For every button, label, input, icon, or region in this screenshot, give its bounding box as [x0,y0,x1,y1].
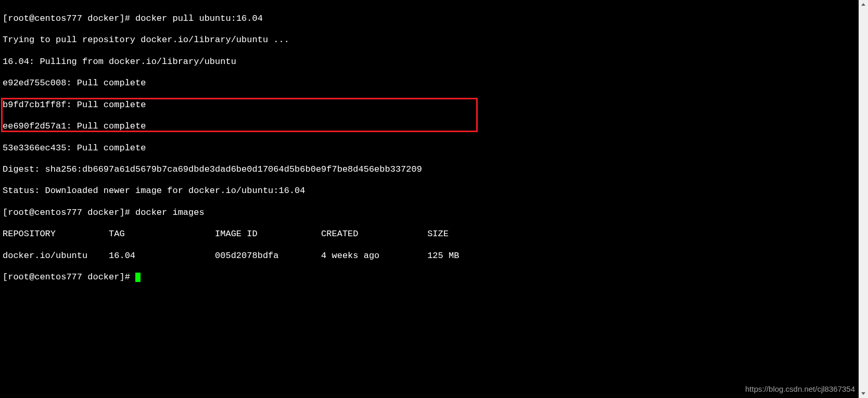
terminal-line: [root@centos777 docker]# docker pull ubu… [3,14,802,24]
shell-prompt: [root@centos777 docker]# [3,208,135,217]
terminal-line: 53e3366ec435: Pull complete [3,143,802,154]
terminal-line: 16.04: Pulling from docker.io/library/ub… [3,57,802,68]
terminal-line: Status: Downloaded newer image for docke… [3,186,802,197]
terminal-line: b9fd7cb1ff8f: Pull complete [3,100,802,111]
command-text: docker pull ubuntu:16.04 [135,14,263,23]
watermark-text: https://blog.csdn.net/cjl8367354 [745,384,855,394]
terminal-line: Digest: sha256:db6697a61d5679b7ca69dbde3… [3,164,802,175]
shell-prompt: [root@centos777 docker]# [3,14,135,23]
table-header: REPOSITORY TAG IMAGE ID CREATED SIZE [3,229,802,240]
terminal-line: ee690f2d57a1: Pull complete [3,121,802,132]
scrollbar[interactable] [859,0,868,398]
scroll-up-arrow[interactable] [859,0,868,9]
table-row: docker.io/ubuntu 16.04 005d2078bdfa 4 we… [3,251,802,262]
command-text: docker images [135,208,205,217]
scroll-down-arrow[interactable] [859,389,868,398]
terminal-output[interactable]: [root@centos777 docker]# docker pull ubu… [0,0,805,398]
cursor [135,273,141,282]
terminal-line: Trying to pull repository docker.io/libr… [3,35,802,46]
terminal-line: [root@centos777 docker]# [3,272,802,283]
shell-prompt: [root@centos777 docker]# [3,272,135,282]
terminal-line: e92ed755c008: Pull complete [3,78,802,89]
terminal-line: [root@centos777 docker]# docker images [3,208,802,219]
